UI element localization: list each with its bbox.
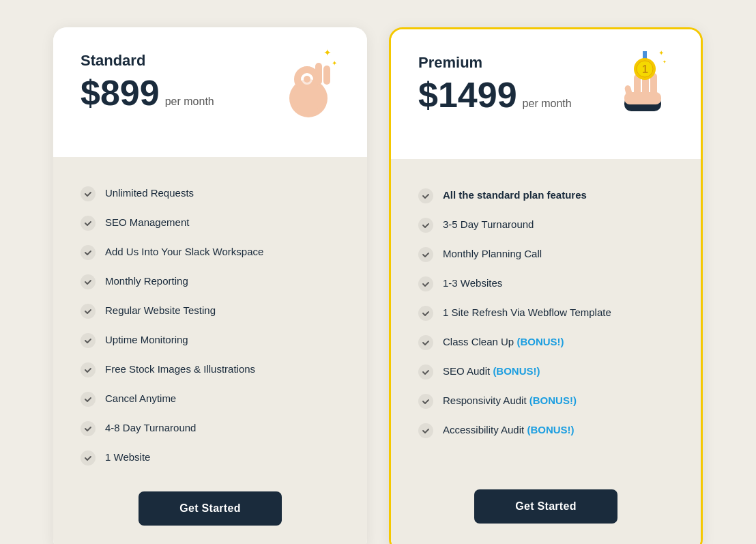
list-item: Free Stock Images & Illustrations: [81, 355, 340, 384]
check-icon: [81, 216, 96, 231]
svg-text:✦: ✦: [323, 47, 332, 58]
svg-text:1: 1: [642, 63, 648, 75]
check-icon: [418, 188, 433, 203]
premium-get-started-button[interactable]: Get Started: [474, 489, 617, 524]
check-icon: [418, 423, 433, 438]
bonus-label: (BONUS!): [529, 395, 577, 406]
list-item: Uptime Monitoring: [81, 326, 340, 355]
list-item: 1 Site Refresh Via Webflow Template: [418, 298, 673, 328]
standard-price: $899: [81, 75, 160, 111]
check-icon: [81, 421, 96, 436]
standard-get-started-button[interactable]: Get Started: [139, 491, 282, 526]
premium-per-month: per month: [523, 98, 572, 110]
svg-text:✦: ✦: [658, 49, 664, 57]
list-item: Add Us Into Your Slack Workspace: [81, 238, 340, 267]
premium-body: All the standard plan features 3-5 Day T…: [391, 159, 701, 544]
list-item: 4-8 Day Turnaround: [81, 414, 340, 443]
list-item: Regular Website Testing: [81, 296, 340, 326]
list-item: All the standard plan features: [418, 181, 673, 210]
svg-rect-4: [315, 63, 322, 85]
list-item: 3-5 Day Turnaround: [418, 210, 673, 240]
check-icon: [81, 274, 96, 289]
standard-features-list: Unlimited Requests SEO Management Add Us…: [81, 179, 340, 472]
check-icon: [418, 276, 433, 291]
feature-text: 1 Site Refresh Via Webflow Template: [443, 305, 611, 319]
ok-hand-icon: ✦ ✦: [281, 44, 343, 105]
svg-point-8: [304, 76, 310, 83]
standard-per-month: per month: [165, 96, 214, 108]
svg-rect-6: [293, 85, 323, 109]
list-item: 1 Website: [81, 443, 340, 472]
feature-text: Accessibility Audit (BONUS!): [443, 423, 575, 437]
list-item: Class Clean Up (BONUS!): [418, 328, 673, 357]
check-icon: [81, 245, 96, 260]
premium-price: $1499: [418, 77, 517, 113]
feature-text: Monthly Planning Call: [443, 246, 542, 261]
standard-card: Standard $899 per month ✦ ✦: [53, 27, 367, 544]
standard-header: Standard $899 per month ✦ ✦: [53, 27, 367, 157]
feature-text: All the standard plan features: [443, 188, 587, 202]
list-item: 1-3 Websites: [418, 269, 673, 298]
list-item: SEO Audit (BONUS!): [418, 357, 673, 386]
check-icon: [81, 362, 96, 377]
check-icon: [418, 247, 433, 262]
feature-text: Free Stock Images & Illustrations: [105, 362, 255, 376]
list-item: Accessibility Audit (BONUS!): [418, 416, 673, 445]
feature-text: Uptime Monitoring: [105, 332, 188, 347]
feature-text: Monthly Reporting: [105, 274, 188, 288]
standard-cta-row: Get Started: [81, 491, 340, 526]
feature-text: 4-8 Day Turnaround: [105, 420, 196, 435]
feature-text: 1-3 Websites: [443, 276, 502, 290]
svg-rect-5: [323, 66, 330, 85]
premium-card: Premium $1499 per month: [389, 27, 703, 544]
feature-text: Regular Website Testing: [105, 303, 216, 317]
medal-hand-icon: 1 ✦ ✦: [615, 46, 676, 107]
feature-text: 1 Website: [105, 450, 150, 464]
check-icon: [81, 450, 96, 466]
feature-text: Responsivity Audit (BONUS!): [443, 393, 577, 407]
check-icon: [418, 218, 433, 233]
feature-text: 3-5 Day Turnaround: [443, 217, 534, 231]
feature-text: Add Us Into Your Slack Workspace: [105, 244, 263, 259]
list-item: Unlimited Requests: [81, 179, 340, 208]
bonus-label: (BONUS!): [517, 336, 564, 347]
svg-text:✦: ✦: [663, 59, 667, 64]
check-icon: [418, 335, 433, 350]
bonus-label: (BONUS!): [493, 365, 540, 377]
bonus-label: (BONUS!): [527, 424, 574, 435]
list-item: Responsivity Audit (BONUS!): [418, 386, 673, 416]
check-icon: [81, 333, 96, 348]
check-icon: [418, 394, 433, 409]
list-item: Monthly Planning Call: [418, 240, 673, 269]
pricing-container: Standard $899 per month ✦ ✦: [26, 0, 730, 544]
standard-body: Unlimited Requests SEO Management Add Us…: [53, 157, 367, 544]
check-icon: [418, 364, 433, 380]
feature-text: SEO Audit (BONUS!): [443, 364, 540, 378]
svg-text:✦: ✦: [332, 59, 337, 67]
feature-text: Cancel Anytime: [105, 391, 176, 405]
feature-text: SEO Management: [105, 215, 189, 229]
premium-header: Premium $1499 per month: [391, 29, 701, 159]
check-icon: [81, 304, 96, 319]
list-item: SEO Management: [81, 208, 340, 238]
feature-text: Class Clean Up (BONUS!): [443, 334, 564, 349]
check-icon: [418, 306, 433, 321]
premium-features-list: All the standard plan features 3-5 Day T…: [418, 181, 673, 470]
list-item: Cancel Anytime: [81, 384, 340, 414]
list-item: Monthly Reporting: [81, 267, 340, 296]
feature-text: Unlimited Requests: [105, 186, 194, 200]
premium-cta-row: Get Started: [418, 489, 673, 524]
check-icon: [81, 392, 96, 407]
check-icon: [81, 186, 96, 201]
